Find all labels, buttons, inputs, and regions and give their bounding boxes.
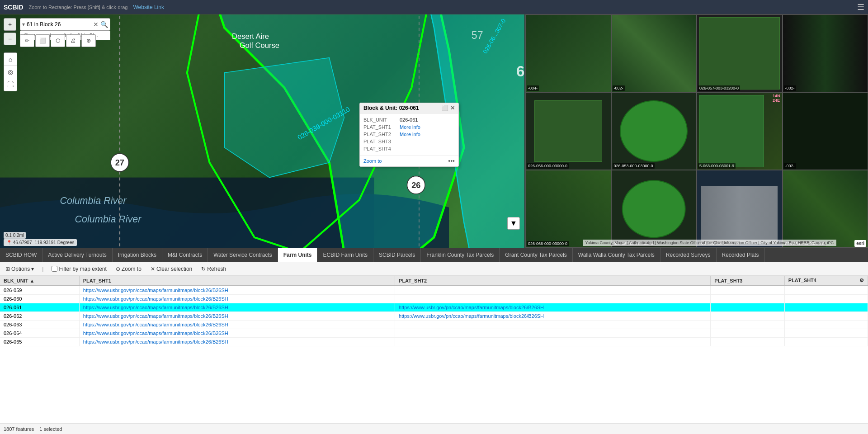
tab-grant-tax[interactable]: Grant County Tax Parcels <box>500 248 573 262</box>
search-input[interactable] <box>27 21 91 28</box>
popup-zoom-to-link[interactable]: Zoom to <box>363 158 382 164</box>
cell-blk-unit: 026-065 <box>0 338 79 346</box>
dropdown-arrow[interactable]: ▾ <box>22 21 25 28</box>
table-row[interactable]: 026-062https://www.usbr.gov/pn/ccao/maps… <box>0 312 868 321</box>
col-plat-sht4[interactable]: PLAT_SHT4 ⚙ <box>784 276 868 286</box>
svg-text:Columbia River: Columbia River <box>60 195 127 206</box>
table-header: BLK_UNIT ▲ PLAT_SHT1 PLAT_SHT2 PLAT_SHT3… <box>0 276 868 286</box>
zoom-to-button[interactable]: ⊙ Zoom to <box>114 265 143 273</box>
tab-irrigation-blocks[interactable]: Irrigation Blocks <box>113 248 162 262</box>
col-plat-sht3[interactable]: PLAT_SHT3 <box>711 276 784 286</box>
expand-button[interactable]: ⛶ <box>4 78 17 91</box>
svg-text:57: 57 <box>472 29 483 41</box>
cell-plat-sht2 <box>395 286 711 295</box>
clear-search-button[interactable]: ✕ <box>93 21 99 28</box>
table-row[interactable]: 026-065https://www.usbr.gov/pn/ccao/maps… <box>0 338 868 346</box>
popup-label-plat3: PLAT_SHT3 <box>363 139 400 144</box>
popup-header: Block & Unit: 026-061 ⬜ ✕ <box>360 103 458 113</box>
filter-extent-button[interactable]: Filter by map extent <box>50 265 108 273</box>
table-row[interactable]: 026-060https://www.usbr.gov/pn/ccao/maps… <box>0 295 868 303</box>
home-button[interactable]: ⌂ <box>4 53 17 66</box>
map-container[interactable]: Columbia River Columbia River 98 27 26 D… <box>0 14 868 248</box>
nav-tool-group: ⌂ ◎ ⛶ <box>4 52 17 91</box>
print-button[interactable]: 🖨 <box>66 34 80 47</box>
mini-tile-label-2: -002- <box>613 85 625 91</box>
mini-tile-label-6: 026-053-000-03000-0 <box>613 163 655 169</box>
table-row[interactable]: 026-061https://www.usbr.gov/pn/ccao/maps… <box>0 303 868 312</box>
zoom-out-button[interactable]: − <box>4 33 16 45</box>
cell-plat-sht4 <box>784 338 868 346</box>
cell-plat-sht4 <box>784 295 868 303</box>
search-icon[interactable]: 🔍 <box>100 21 108 28</box>
options-button[interactable]: ⊞ Options ▾ <box>4 265 36 273</box>
table-row[interactable]: 026-064https://www.usbr.gov/pn/ccao/maps… <box>0 329 868 338</box>
mini-tile-8: -002- <box>783 92 868 170</box>
cell-plat-sht2 <box>395 295 711 303</box>
table-row[interactable]: 026-063https://www.usbr.gov/pn/ccao/maps… <box>0 321 868 329</box>
col-blk-unit[interactable]: BLK_UNIT ▲ <box>0 276 79 286</box>
col-plat-sht2[interactable]: PLAT_SHT2 <box>395 276 711 286</box>
minimap-toggle-button[interactable]: ▼ <box>507 217 520 230</box>
cell-plat-sht4 <box>784 321 868 329</box>
coordinates-icon: 📍 <box>6 240 12 245</box>
link-plat-sht1[interactable]: https://www.usbr.gov/pn/ccao/maps/farmun… <box>83 339 228 344</box>
refresh-label: Refresh <box>207 266 226 272</box>
col-plat-sht1[interactable]: PLAT_SHT1 <box>79 276 395 286</box>
more-tools-button[interactable]: ⊕ <box>81 34 96 47</box>
select-rect-button[interactable]: ⬜ <box>35 34 50 47</box>
map-attribution: Yakima County, Maxar | Authenticated | W… <box>583 240 836 246</box>
popup-more-options[interactable]: ••• <box>448 157 455 165</box>
link-plat-sht1[interactable]: https://www.usbr.gov/pn/ccao/maps/farmun… <box>83 305 228 310</box>
link-plat-sht1[interactable]: https://www.usbr.gov/pn/ccao/maps/farmun… <box>83 296 228 302</box>
popup-close-button[interactable]: ✕ <box>450 105 455 111</box>
cell-blk-unit: 026-059 <box>0 286 79 295</box>
tab-walla-walla-tax[interactable]: Walla Walla County Tax Parcels <box>573 248 660 262</box>
tab-bar: SCBID ROWActive Delivery TurnoutsIrrigat… <box>0 248 868 262</box>
locate-button[interactable]: ◎ <box>4 66 17 78</box>
popup-link-plat2[interactable]: More info <box>400 132 420 137</box>
tab-ecbid-farm[interactable]: ECBID Farm Units <box>317 248 373 262</box>
mini-tile-6: 026-053-000-03000-0 <box>611 92 697 170</box>
refresh-button[interactable]: ↻ Refresh <box>199 265 228 273</box>
scale-bar: 0.1 0.2mi <box>4 232 26 239</box>
tab-recorded-plats[interactable]: Recorded Plats <box>717 248 765 262</box>
status-bar: 1807 features 1 selected <box>0 423 868 434</box>
link-plat-sht1[interactable]: https://www.usbr.gov/pn/ccao/maps/farmun… <box>83 322 228 327</box>
tab-scbid-parcels[interactable]: SCBID Parcels <box>373 248 421 262</box>
mini-tile-12: 026-065-003-03200-0 <box>783 170 868 248</box>
link-plat-sht1[interactable]: https://www.usbr.gov/pn/ccao/maps/farmun… <box>83 313 228 319</box>
select-poly-button[interactable]: ⬡ <box>51 34 65 47</box>
tab-water-service[interactable]: Water Service Contracts <box>208 248 278 262</box>
clear-label: Clear selection <box>156 266 192 272</box>
link-plat-sht1[interactable]: https://www.usbr.gov/pn/ccao/maps/farmun… <box>83 330 228 336</box>
tab-active-delivery[interactable]: Active Delivery Turnouts <box>42 248 112 262</box>
mini-tile-1: -004- <box>525 14 611 92</box>
clear-selection-button[interactable]: ✕ Clear selection <box>149 265 194 273</box>
tab-franklin-tax[interactable]: Franklin County Tax Parcels <box>421 248 500 262</box>
link-plat-sht2[interactable]: https://www.usbr.gov/pn/ccao/maps/farmun… <box>399 305 544 310</box>
zoom-in-button[interactable]: + <box>4 18 16 31</box>
table-row[interactable]: 026-059https://www.usbr.gov/pn/ccao/maps… <box>0 286 868 295</box>
tab-farm-units[interactable]: Farm Units <box>278 248 318 262</box>
popup-link-plat1[interactable]: More info <box>400 124 420 130</box>
cell-plat-sht2: https://www.usbr.gov/pn/ccao/maps/farmun… <box>395 303 711 312</box>
link-plat-sht2[interactable]: https://www.usbr.gov/pn/ccao/maps/farmun… <box>399 313 544 319</box>
link-plat-sht1[interactable]: https://www.usbr.gov/pn/ccao/maps/farmun… <box>83 288 228 293</box>
list-icon[interactable]: ☰ <box>857 2 864 12</box>
tab-mi-contracts[interactable]: M&I Contracts <box>162 248 208 262</box>
popup-row-plat2: PLAT_SHT2 More info <box>363 131 455 138</box>
app-logo: SCBID <box>4 4 24 11</box>
edit-pencil-button[interactable]: ✏ <box>20 34 34 47</box>
filter-checkbox[interactable] <box>52 266 57 272</box>
table-header-row: BLK_UNIT ▲ PLAT_SHT1 PLAT_SHT2 PLAT_SHT3… <box>0 276 868 286</box>
cell-plat-sht1: https://www.usbr.gov/pn/ccao/maps/farmun… <box>79 286 395 295</box>
map-tools: + − ⌂ ◎ ⛶ <box>4 18 17 91</box>
mini-tile-7: 14N24E 5-063-000-03001-9 <box>697 92 783 170</box>
website-link[interactable]: Website Link <box>133 4 164 10</box>
svg-text:Desert Aire: Desert Aire <box>232 32 269 41</box>
data-table-container[interactable]: BLK_UNIT ▲ PLAT_SHT1 PLAT_SHT2 PLAT_SHT3… <box>0 276 868 423</box>
tab-recorded-surveys[interactable]: Recorded Surveys <box>660 248 717 262</box>
popup-resize-button[interactable]: ⬜ <box>442 105 448 111</box>
tab-scbid-row[interactable]: SCBID ROW <box>0 248 42 262</box>
mini-tile-label-1: -004- <box>527 85 539 91</box>
